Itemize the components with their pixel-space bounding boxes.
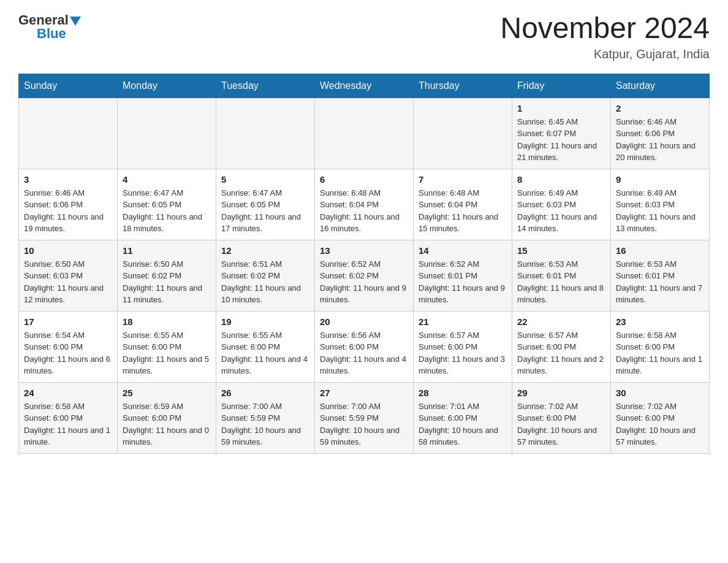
calendar-cell: 10Sunrise: 6:50 AM Sunset: 6:03 PM Dayli… bbox=[19, 240, 118, 311]
sun-info: Sunrise: 6:55 AM Sunset: 6:00 PM Dayligh… bbox=[221, 329, 309, 377]
sun-info: Sunrise: 6:57 AM Sunset: 6:00 PM Dayligh… bbox=[419, 329, 507, 377]
sun-info: Sunrise: 6:48 AM Sunset: 6:04 PM Dayligh… bbox=[419, 187, 507, 235]
calendar-cell: 2Sunrise: 6:46 AM Sunset: 6:06 PM Daylig… bbox=[611, 98, 710, 169]
calendar-cell: 1Sunrise: 6:45 AM Sunset: 6:07 PM Daylig… bbox=[512, 98, 611, 169]
sun-info: Sunrise: 6:53 AM Sunset: 6:01 PM Dayligh… bbox=[517, 258, 605, 306]
weekday-header-thursday: Thursday bbox=[414, 74, 512, 98]
calendar-cell: 25Sunrise: 6:59 AM Sunset: 6:00 PM Dayli… bbox=[118, 382, 216, 453]
logo: General Blue bbox=[18, 12, 81, 42]
calendar-cell bbox=[19, 98, 118, 169]
weekday-header-monday: Monday bbox=[118, 74, 216, 98]
sun-info: Sunrise: 6:55 AM Sunset: 6:00 PM Dayligh… bbox=[123, 329, 211, 377]
sun-info: Sunrise: 6:58 AM Sunset: 6:00 PM Dayligh… bbox=[24, 400, 112, 448]
calendar-cell: 23Sunrise: 6:58 AM Sunset: 6:00 PM Dayli… bbox=[611, 311, 710, 382]
weekday-header-tuesday: Tuesday bbox=[216, 74, 315, 98]
weekday-header-saturday: Saturday bbox=[611, 74, 710, 98]
day-number: 4 bbox=[123, 174, 211, 185]
day-number: 22 bbox=[517, 316, 605, 327]
weekday-header-row: SundayMondayTuesdayWednesdayThursdayFrid… bbox=[19, 74, 710, 98]
weekday-header-sunday: Sunday bbox=[19, 74, 118, 98]
sun-info: Sunrise: 7:01 AM Sunset: 6:00 PM Dayligh… bbox=[419, 400, 507, 448]
day-number: 27 bbox=[320, 388, 408, 398]
day-number: 28 bbox=[419, 388, 507, 398]
sun-info: Sunrise: 6:50 AM Sunset: 6:03 PM Dayligh… bbox=[24, 258, 112, 306]
day-number: 1 bbox=[517, 103, 605, 113]
calendar-cell: 13Sunrise: 6:52 AM Sunset: 6:02 PM Dayli… bbox=[315, 240, 414, 311]
sun-info: Sunrise: 6:47 AM Sunset: 6:05 PM Dayligh… bbox=[123, 187, 211, 235]
day-number: 15 bbox=[517, 245, 605, 256]
day-number: 20 bbox=[320, 316, 408, 327]
sun-info: Sunrise: 6:45 AM Sunset: 6:07 PM Dayligh… bbox=[517, 116, 605, 164]
calendar-cell: 3Sunrise: 6:46 AM Sunset: 6:06 PM Daylig… bbox=[19, 169, 118, 240]
calendar-cell: 27Sunrise: 7:00 AM Sunset: 5:59 PM Dayli… bbox=[315, 382, 414, 453]
sun-info: Sunrise: 6:49 AM Sunset: 6:03 PM Dayligh… bbox=[616, 187, 704, 235]
sun-info: Sunrise: 6:51 AM Sunset: 6:02 PM Dayligh… bbox=[221, 258, 309, 306]
day-number: 17 bbox=[24, 316, 112, 327]
day-number: 11 bbox=[123, 245, 211, 256]
day-number: 14 bbox=[419, 245, 507, 256]
calendar-week-3: 10Sunrise: 6:50 AM Sunset: 6:03 PM Dayli… bbox=[19, 240, 710, 311]
day-number: 10 bbox=[24, 245, 112, 256]
calendar-cell: 22Sunrise: 6:57 AM Sunset: 6:00 PM Dayli… bbox=[512, 311, 611, 382]
calendar-week-2: 3Sunrise: 6:46 AM Sunset: 6:06 PM Daylig… bbox=[19, 169, 710, 240]
calendar-cell: 30Sunrise: 7:02 AM Sunset: 6:00 PM Dayli… bbox=[611, 382, 710, 453]
calendar-cell: 14Sunrise: 6:52 AM Sunset: 6:01 PM Dayli… bbox=[414, 240, 512, 311]
day-number: 19 bbox=[221, 316, 309, 327]
sun-info: Sunrise: 6:56 AM Sunset: 6:00 PM Dayligh… bbox=[320, 329, 408, 377]
page-header: General Blue November 2024 Katpur, Gujar… bbox=[18, 12, 710, 61]
calendar-cell: 24Sunrise: 6:58 AM Sunset: 6:00 PM Dayli… bbox=[19, 382, 118, 453]
calendar-cell: 12Sunrise: 6:51 AM Sunset: 6:02 PM Dayli… bbox=[216, 240, 315, 311]
day-number: 23 bbox=[616, 316, 704, 327]
calendar-cell: 19Sunrise: 6:55 AM Sunset: 6:00 PM Dayli… bbox=[216, 311, 315, 382]
sun-info: Sunrise: 6:52 AM Sunset: 6:01 PM Dayligh… bbox=[419, 258, 507, 306]
calendar-cell: 5Sunrise: 6:47 AM Sunset: 6:05 PM Daylig… bbox=[216, 169, 315, 240]
location-text: Katpur, Gujarat, India bbox=[500, 47, 710, 61]
day-number: 3 bbox=[24, 174, 112, 185]
sun-info: Sunrise: 7:00 AM Sunset: 5:59 PM Dayligh… bbox=[221, 400, 309, 448]
day-number: 29 bbox=[517, 388, 605, 398]
day-number: 30 bbox=[616, 388, 704, 398]
calendar-cell: 4Sunrise: 6:47 AM Sunset: 6:05 PM Daylig… bbox=[118, 169, 216, 240]
sun-info: Sunrise: 6:46 AM Sunset: 6:06 PM Dayligh… bbox=[616, 116, 704, 164]
sun-info: Sunrise: 6:59 AM Sunset: 6:00 PM Dayligh… bbox=[123, 400, 211, 448]
sun-info: Sunrise: 7:02 AM Sunset: 6:00 PM Dayligh… bbox=[517, 400, 605, 448]
calendar-cell bbox=[414, 98, 512, 169]
day-number: 6 bbox=[320, 174, 408, 185]
day-number: 8 bbox=[517, 174, 605, 185]
day-number: 18 bbox=[123, 316, 211, 327]
calendar-week-4: 17Sunrise: 6:54 AM Sunset: 6:00 PM Dayli… bbox=[19, 311, 710, 382]
calendar-cell: 7Sunrise: 6:48 AM Sunset: 6:04 PM Daylig… bbox=[414, 169, 512, 240]
calendar-cell: 26Sunrise: 7:00 AM Sunset: 5:59 PM Dayli… bbox=[216, 382, 315, 453]
calendar-cell: 15Sunrise: 6:53 AM Sunset: 6:01 PM Dayli… bbox=[512, 240, 611, 311]
calendar-cell: 6Sunrise: 6:48 AM Sunset: 6:04 PM Daylig… bbox=[315, 169, 414, 240]
sun-info: Sunrise: 6:48 AM Sunset: 6:04 PM Dayligh… bbox=[320, 187, 408, 235]
calendar-cell: 9Sunrise: 6:49 AM Sunset: 6:03 PM Daylig… bbox=[611, 169, 710, 240]
day-number: 2 bbox=[616, 103, 704, 113]
day-number: 9 bbox=[616, 174, 704, 185]
title-block: November 2024 Katpur, Gujarat, India bbox=[500, 12, 710, 61]
day-number: 24 bbox=[24, 388, 112, 398]
sun-info: Sunrise: 6:50 AM Sunset: 6:02 PM Dayligh… bbox=[123, 258, 211, 306]
sun-info: Sunrise: 6:46 AM Sunset: 6:06 PM Dayligh… bbox=[24, 187, 112, 235]
sun-info: Sunrise: 7:00 AM Sunset: 5:59 PM Dayligh… bbox=[320, 400, 408, 448]
sun-info: Sunrise: 6:49 AM Sunset: 6:03 PM Dayligh… bbox=[517, 187, 605, 235]
logo-blue-text: Blue bbox=[37, 26, 66, 42]
calendar-cell bbox=[315, 98, 414, 169]
calendar-cell: 18Sunrise: 6:55 AM Sunset: 6:00 PM Dayli… bbox=[118, 311, 216, 382]
day-number: 26 bbox=[221, 388, 309, 398]
calendar-cell: 28Sunrise: 7:01 AM Sunset: 6:00 PM Dayli… bbox=[414, 382, 512, 453]
weekday-header-wednesday: Wednesday bbox=[315, 74, 414, 98]
day-number: 12 bbox=[221, 245, 309, 256]
sun-info: Sunrise: 6:47 AM Sunset: 6:05 PM Dayligh… bbox=[221, 187, 309, 235]
sun-info: Sunrise: 6:58 AM Sunset: 6:00 PM Dayligh… bbox=[616, 329, 704, 377]
sun-info: Sunrise: 7:02 AM Sunset: 6:00 PM Dayligh… bbox=[616, 400, 704, 448]
calendar-cell: 11Sunrise: 6:50 AM Sunset: 6:02 PM Dayli… bbox=[118, 240, 216, 311]
calendar-cell: 21Sunrise: 6:57 AM Sunset: 6:00 PM Dayli… bbox=[414, 311, 512, 382]
weekday-header-friday: Friday bbox=[512, 74, 611, 98]
day-number: 25 bbox=[123, 388, 211, 398]
calendar-cell bbox=[216, 98, 315, 169]
sun-info: Sunrise: 6:53 AM Sunset: 6:01 PM Dayligh… bbox=[616, 258, 704, 306]
day-number: 21 bbox=[419, 316, 507, 327]
day-number: 5 bbox=[221, 174, 309, 185]
calendar-cell: 17Sunrise: 6:54 AM Sunset: 6:00 PM Dayli… bbox=[19, 311, 118, 382]
